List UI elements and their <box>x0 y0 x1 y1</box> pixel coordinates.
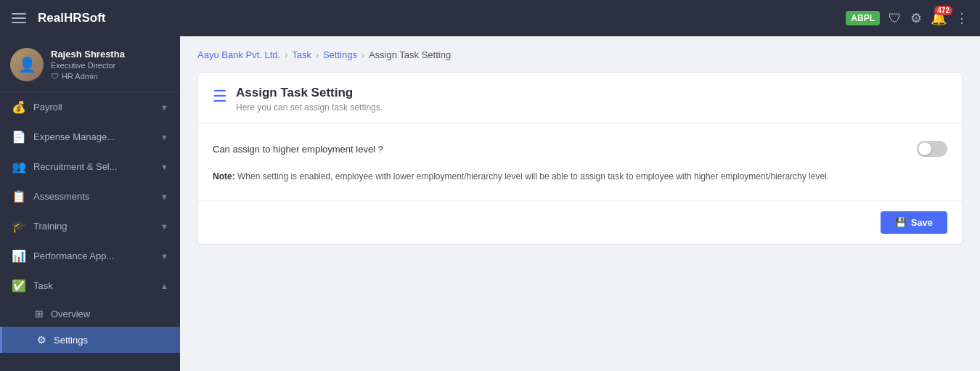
sidebar-label-recruitment: Recruitment & Sel... <box>33 161 118 172</box>
overview-icon: ⊞ <box>35 308 44 319</box>
settings-icon: ⚙ <box>37 334 46 346</box>
page-title: Assign Task Setting <box>236 86 383 100</box>
chevron-down-icon: ▼ <box>160 222 168 231</box>
user-role: Executive Director <box>51 61 170 70</box>
sidebar-label-assessments: Assessments <box>33 191 89 202</box>
gear-icon[interactable]: ⚙ <box>910 10 922 26</box>
more-options-icon[interactable]: ⋮ <box>955 10 968 26</box>
toggle-thumb <box>918 142 931 155</box>
sidebar-item-task[interactable]: ✅ Task ▲ <box>0 271 180 301</box>
save-label: Save <box>911 217 933 228</box>
user-section: 👤 Rajesh Shrestha Executive Director 🛡 H… <box>0 36 180 92</box>
sidebar-label-task: Task <box>33 280 53 291</box>
user-badge-label: HR Admin <box>62 72 98 81</box>
avatar: 👤 <box>10 48 44 81</box>
sidebar-label-payroll: Payroll <box>33 102 62 113</box>
sidebar-item-task-overview[interactable]: ⊞ Overview <box>0 301 180 327</box>
sidebar-label-performance: Performance App... <box>33 250 114 261</box>
user-badge: 🛡 HR Admin <box>51 72 170 81</box>
save-icon: 💾 <box>895 217 907 228</box>
page-subtitle: Here you can set assign task settings. <box>236 102 383 113</box>
sidebar-item-assessments[interactable]: 📋 Assessments ▼ <box>0 182 180 211</box>
assign-task-icon: ☰ <box>213 87 227 106</box>
chevron-up-icon: ▲ <box>160 282 168 290</box>
performance-icon: 📊 <box>12 249 26 263</box>
training-icon: 🎓 <box>12 219 26 233</box>
breadcrumb-current: Assign Task Setting <box>369 49 451 60</box>
sidebar-item-recruitment[interactable]: 👥 Recruitment & Sel... ▼ <box>0 152 180 182</box>
main-content: Aayu Bank Pvt. Ltd. › Task › Settings › … <box>180 0 980 371</box>
chevron-down-icon: ▼ <box>160 133 168 142</box>
payroll-icon: 💰 <box>12 100 26 114</box>
task-icon: ✅ <box>12 279 26 293</box>
user-info: Rajesh Shrestha Executive Director 🛡 HR … <box>51 49 170 81</box>
chevron-down-icon: ▼ <box>160 252 168 261</box>
notification-bell[interactable]: 🔔 472 <box>931 10 947 26</box>
breadcrumb-task[interactable]: Task <box>292 49 311 60</box>
breadcrumb-sep-3: › <box>362 50 364 60</box>
toggle-assign-higher[interactable] <box>917 141 947 157</box>
assessments-icon: 📋 <box>12 189 26 203</box>
page-header: ☰ Assign Task Setting Here you can set a… <box>198 73 962 123</box>
sidebar-label-expense: Expense Manage... <box>33 131 115 142</box>
shield-small-icon: 🛡 <box>51 72 59 81</box>
expense-icon: 📄 <box>12 130 26 144</box>
hamburger-menu[interactable] <box>12 13 26 23</box>
page-footer: 💾 Save <box>198 200 962 244</box>
page-body: Can assign to higher employment level ? … <box>198 123 962 200</box>
shield-icon[interactable]: 🛡 <box>889 11 902 26</box>
breadcrumb-settings[interactable]: Settings <box>323 49 357 60</box>
save-button[interactable]: 💾 Save <box>881 211 947 234</box>
breadcrumb-bank[interactable]: Aayu Bank Pvt. Ltd. <box>197 49 280 60</box>
setting-row: Can assign to higher employment level ? <box>213 141 947 157</box>
note-row: Note: When setting is enabled, employee … <box>213 170 947 183</box>
app-logo: RealHRSoft <box>38 11 106 25</box>
sidebar-label-training: Training <box>33 221 67 232</box>
company-badge[interactable]: ABPL <box>846 11 880 25</box>
content-area: Aayu Bank Pvt. Ltd. › Task › Settings › … <box>180 36 980 258</box>
breadcrumb-sep-1: › <box>285 50 287 60</box>
sidebar-item-expense[interactable]: 📄 Expense Manage... ▼ <box>0 122 180 152</box>
sidebar-item-task-settings[interactable]: ⚙ Settings <box>0 327 180 353</box>
chevron-down-icon: ▼ <box>160 192 168 201</box>
sidebar-item-payroll[interactable]: 💰 Payroll ▼ <box>0 92 180 122</box>
breadcrumb: Aayu Bank Pvt. Ltd. › Task › Settings › … <box>197 49 963 60</box>
chevron-down-icon: ▼ <box>160 103 168 112</box>
sidebar: 👤 Rajesh Shrestha Executive Director 🛡 H… <box>0 0 180 371</box>
sidebar-item-performance[interactable]: 📊 Performance App... ▼ <box>0 241 180 271</box>
sidebar-item-training[interactable]: 🎓 Training ▼ <box>0 211 180 241</box>
chevron-down-icon: ▼ <box>160 163 168 171</box>
setting-label: Can assign to higher employment level ? <box>213 144 905 155</box>
page-card: ☰ Assign Task Setting Here you can set a… <box>197 72 963 245</box>
note-label: Note: <box>213 171 235 182</box>
topbar-left: RealHRSoft <box>12 11 106 25</box>
page-header-text: Assign Task Setting Here you can set ass… <box>236 86 383 113</box>
sidebar-label-overview: Overview <box>51 309 90 319</box>
recruitment-icon: 👥 <box>12 160 26 174</box>
topbar-right: ABPL 🛡 ⚙ 🔔 472 ⋮ <box>846 10 968 26</box>
topbar: RealHRSoft ABPL 🛡 ⚙ 🔔 472 ⋮ <box>0 0 980 36</box>
notification-count: 472 <box>934 6 952 15</box>
note-text: When setting is enabled, employee with l… <box>237 171 829 182</box>
sidebar-label-settings: Settings <box>54 335 88 346</box>
user-name: Rajesh Shrestha <box>51 49 170 60</box>
breadcrumb-sep-2: › <box>316 50 319 60</box>
